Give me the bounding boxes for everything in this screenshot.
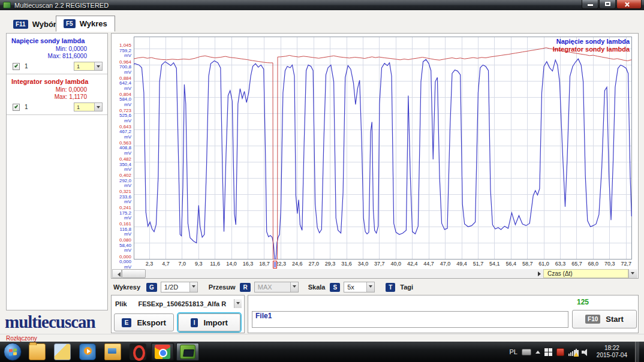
x-axis-label: 16,3 — [240, 261, 256, 267]
x-axis-label: 27,0 — [306, 261, 321, 267]
titlebar: Multiecuscan 2.2 REGISTERED — [0, 0, 644, 10]
scroll-thumb[interactable] — [122, 269, 146, 278]
y-axis-label: 0,08058,40 mV — [112, 238, 131, 254]
chevron-down-icon[interactable] — [94, 62, 102, 70]
tab-wykres[interactable]: F5 Wykres — [56, 16, 115, 32]
chevron-down-icon — [290, 282, 298, 292]
chrome-taskbar-button[interactable] — [151, 343, 174, 361]
import-button[interactable]: I Import — [178, 313, 240, 331]
y-axis-labels: 1,045759,2 mV0,964700,8 mV0,884642,4 mV0… — [112, 37, 133, 260]
maximize-button[interactable] — [599, 0, 616, 9]
explorer-icon[interactable] — [29, 343, 46, 360]
wykresy-label: Wykresy — [113, 283, 140, 291]
clock-time: 18:22 — [597, 345, 627, 352]
chevron-down-icon[interactable] — [189, 282, 197, 292]
x-axis-label: 63,3 — [553, 261, 568, 267]
language-indicator[interactable]: PL — [509, 348, 517, 355]
skala-label: Skala — [308, 283, 326, 291]
app-icon — [3, 2, 11, 8]
multiecuscan-taskbar-button[interactable] — [176, 343, 199, 361]
x-axis-label: 65,7 — [569, 261, 585, 267]
tab-wykres-fkey: F5 — [64, 19, 76, 28]
x-axis-combo[interactable]: Czas (Δt) — [543, 269, 628, 278]
clock-date: 2015-07-04 — [597, 352, 627, 359]
signal-channel-label: 1 — [25, 63, 74, 70]
x-axis-label: 44,7 — [421, 261, 437, 267]
y-axis-label: 0,482350,4 mV — [112, 157, 131, 173]
y-axis-label: 0,964700,8 mV — [112, 60, 131, 76]
y-axis-label: 1,045759,2 mV — [112, 43, 131, 59]
file-manager-icon[interactable] — [104, 343, 121, 360]
x-axis-label: 70,3 — [602, 261, 618, 267]
x-axis-label: 29,3 — [323, 261, 338, 267]
legend-integrator: Integrator sondy lambda — [553, 46, 630, 53]
controls-bar: Wykresy G 1/2D Przesuw R MAX Skala S 5x … — [111, 280, 639, 294]
x-axis-label: 40,0 — [388, 261, 404, 267]
tag-marker[interactable] — [273, 261, 277, 269]
x-axis-label: 4,7 — [158, 261, 173, 267]
przesuw-label: Przesuw — [209, 283, 236, 291]
plot-area[interactable] — [134, 37, 632, 260]
chart-scrollbar[interactable]: Czas (Δt) — [112, 269, 637, 278]
chevron-down-icon[interactable] — [234, 299, 242, 308]
x-axis-label: 9,3 — [191, 261, 206, 267]
chart-panel: 1,045759,2 mV0,964700,8 mV0,884642,4 mV0… — [111, 33, 639, 279]
show-desktop-button[interactable] — [635, 342, 639, 362]
x-axis-label: 7,0 — [174, 261, 190, 267]
signal-checkbox[interactable] — [13, 104, 20, 111]
signal-scale-combo[interactable]: 1 — [74, 62, 103, 71]
signal-title: Integrator sondy lambda — [7, 77, 107, 86]
network-warning-icon[interactable] — [568, 348, 577, 356]
axis-expand-arrow[interactable] — [536, 269, 543, 278]
y-axis-label: 0,723525,6 mV — [112, 108, 131, 124]
windows-update-icon[interactable] — [544, 348, 552, 356]
red-app-icon[interactable] — [556, 348, 564, 356]
wykresy-combo[interactable]: 1/2D — [161, 282, 198, 292]
legend-voltage: Napięcie sondy lambda — [553, 38, 630, 46]
przesuw-key-badge: R — [240, 283, 250, 292]
eksport-button[interactable]: E Eksport — [114, 313, 174, 331]
x-axis-combo-arrow[interactable] — [628, 269, 637, 278]
x-axis-label: 34,0 — [355, 261, 371, 267]
sample-counter: 125 — [565, 298, 601, 306]
chevron-down-icon[interactable] — [94, 103, 102, 111]
keyboard-icon[interactable] — [522, 349, 531, 355]
taskbar-clock[interactable]: 18:22 2015-07-04 — [597, 345, 627, 359]
close-button[interactable] — [616, 0, 642, 9]
x-axis-label: 11,6 — [207, 261, 223, 267]
hidden-icons-arrow[interactable] — [535, 348, 540, 354]
y-axis-label: 0,402292,0 mV — [112, 173, 131, 189]
tagi-label[interactable]: Tagi — [400, 283, 413, 291]
signal-min: Min: 0,0000 — [7, 46, 87, 53]
plot-border — [134, 37, 632, 260]
screen: Multiecuscan 2.2 REGISTERED F11 Wybór F5… — [0, 0, 644, 362]
signal-checkbox[interactable] — [13, 63, 20, 70]
file-name-input[interactable] — [252, 311, 568, 328]
y-axis-label: 0,643467,2 mV — [112, 125, 131, 140]
tagi-key-badge: T — [386, 283, 395, 292]
opera-icon[interactable] — [130, 343, 146, 360]
chevron-down-icon[interactable] — [366, 282, 374, 292]
skala-combo[interactable]: 5x — [344, 282, 375, 292]
chrome-icon — [155, 345, 170, 359]
tab-wybor[interactable]: F11 Wybór — [6, 17, 64, 31]
x-axis-labels: 2,34,77,09,311,614,016,318,722,324,627,0… — [112, 261, 638, 269]
tab-wybor-fkey: F11 — [13, 20, 28, 29]
x-axis-label: 37,7 — [372, 261, 387, 267]
x-axis-label: 58,7 — [520, 261, 535, 267]
plik-combo[interactable]: FESExp_1506251813_Alfa R — [131, 298, 242, 309]
signal-scale-combo[interactable]: 1 — [74, 102, 103, 111]
signal-max: Max: 811,6000 — [7, 53, 87, 60]
scroll-track[interactable] — [146, 269, 536, 278]
start-orb[interactable] — [4, 343, 22, 361]
x-axis-label: 24,6 — [290, 261, 305, 267]
x-axis-label: 18,7 — [257, 261, 272, 267]
minimize-button[interactable] — [582, 0, 598, 9]
utility-app-icon[interactable] — [54, 343, 71, 360]
signal-title: Napięcie sondy lambda — [7, 36, 107, 46]
media-player-icon[interactable] — [79, 343, 96, 360]
volume-icon[interactable] — [582, 348, 590, 356]
scroll-left-arrow[interactable] — [112, 269, 122, 278]
start-button[interactable]: F10 Start — [572, 310, 637, 328]
signals-sidebar: Napięcie sondy lambda Min: 0,0000 Max: 8… — [6, 33, 108, 310]
